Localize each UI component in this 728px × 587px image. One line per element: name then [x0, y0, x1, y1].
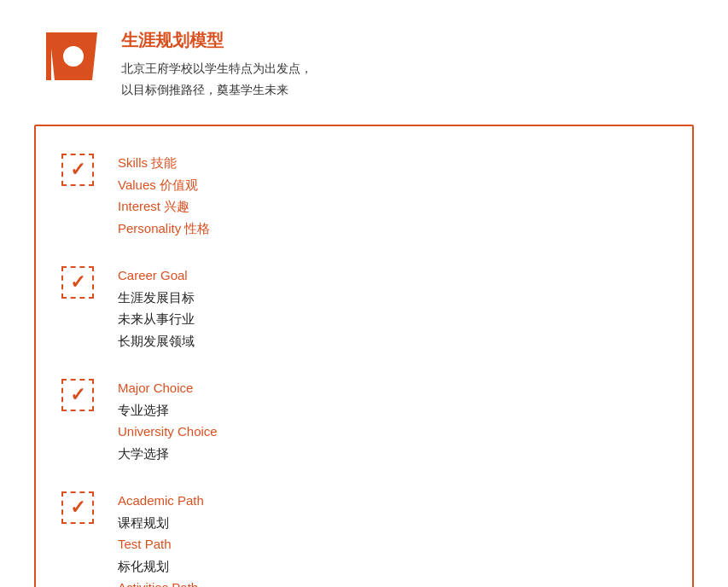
- university-choice-zh: 大学选择: [118, 443, 658, 465]
- svg-rect-2: [46, 32, 51, 80]
- values-label: Values 价值观: [118, 174, 658, 196]
- personality-label: Personality 性格: [118, 218, 658, 240]
- header-subtitle: 北京王府学校以学生特点为出发点， 以目标倒推路径，奠基学生未来: [121, 58, 312, 101]
- checkmark-4: ✓: [70, 498, 85, 517]
- logo-block: [43, 26, 104, 87]
- subtitle-line2: 以目标倒推路径，奠基学生未来: [121, 79, 312, 101]
- checkmark-1: ✓: [70, 160, 85, 179]
- test-path-label: Test Path: [118, 533, 658, 555]
- checkmark-2: ✓: [70, 273, 85, 292]
- major-choice-zh: 专业选择: [118, 399, 658, 421]
- academic-path-label: Academic Path: [118, 490, 658, 512]
- career-goal-zh: 生涯发展目标: [118, 287, 658, 309]
- row-academic: ✓ Academic Path 课程规划 Test Path 标化规划 Acti…: [61, 490, 658, 587]
- checkbox-1: ✓: [61, 154, 94, 186]
- row-skills: ✓ Skills 技能 Values 价值观 Interest 兴趣 Perso…: [61, 152, 658, 239]
- row-major: ✓ Major Choice 专业选择 University Choice 大学…: [61, 377, 658, 464]
- test-path-zh: 标化规划: [118, 555, 658, 578]
- checkbox-4: ✓: [61, 491, 94, 524]
- career-goal-label: Career Goal: [118, 264, 658, 287]
- checkbox-2: ✓: [61, 266, 94, 299]
- row-career: ✓ Career Goal 生涯发展目标 未来从事行业 长期发展领域: [61, 264, 658, 352]
- header: 生涯规划模型 北京王府学校以学生特点为出发点， 以目标倒推路径，奠基学生未来: [34, 26, 694, 101]
- skills-label: Skills 技能: [118, 152, 658, 174]
- row4-content: Academic Path 课程规划 Test Path 标化规划 Activi…: [118, 490, 658, 587]
- svg-point-1: [63, 46, 84, 67]
- academic-path-zh: 课程规划: [118, 512, 658, 534]
- row2-content: Career Goal 生涯发展目标 未来从事行业 长期发展领域: [118, 264, 658, 352]
- page-wrapper: 生涯规划模型 北京王府学校以学生特点为出发点， 以目标倒推路径，奠基学生未来 ✓…: [34, 26, 694, 587]
- header-title: 生涯规划模型: [121, 29, 312, 51]
- checkmark-3: ✓: [70, 386, 85, 404]
- career-industry-zh: 未来从事行业: [118, 308, 658, 330]
- subtitle-line1: 北京王府学校以学生特点为出发点，: [121, 58, 312, 79]
- activities-path-label: Activities Path: [118, 577, 658, 587]
- career-field-zh: 长期发展领域: [118, 330, 658, 352]
- main-card: ✓ Skills 技能 Values 价值观 Interest 兴趣 Perso…: [34, 125, 694, 587]
- row1-content: Skills 技能 Values 价值观 Interest 兴趣 Persona…: [118, 152, 658, 239]
- university-choice-label: University Choice: [118, 421, 658, 443]
- major-choice-label: Major Choice: [118, 377, 658, 399]
- row3-content: Major Choice 专业选择 University Choice 大学选择: [118, 377, 658, 464]
- interest-label: Interest 兴趣: [118, 195, 658, 218]
- header-text: 生涯规划模型 北京王府学校以学生特点为出发点， 以目标倒推路径，奠基学生未来: [121, 26, 312, 101]
- checkbox-3: ✓: [61, 379, 94, 411]
